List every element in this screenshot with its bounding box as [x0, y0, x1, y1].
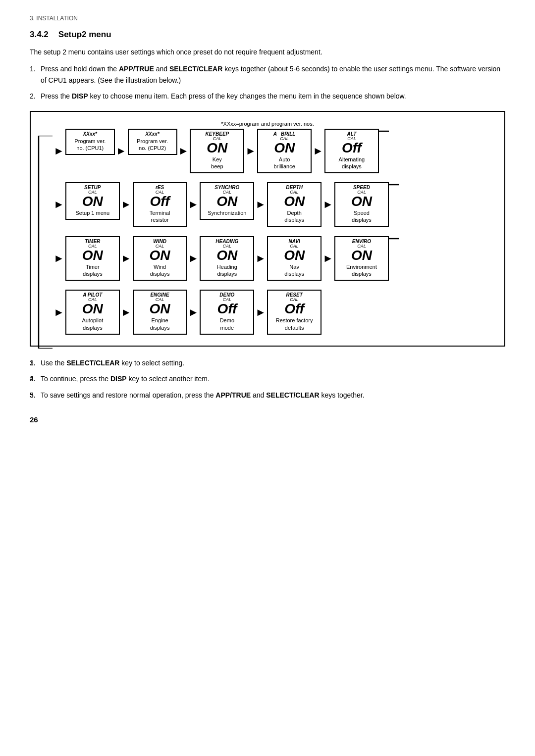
- arrow-13: ►: [121, 306, 132, 319]
- menu-item-alt: ALT CAL Off Alternatingdisplays: [324, 129, 379, 174]
- step-1: Press and hold down the APP/TRUE and SEL…: [30, 63, 505, 86]
- menu-item-engine: ENGINE CAL ON Enginedisplays: [133, 290, 187, 335]
- arrow-9: ►: [121, 252, 132, 265]
- menu-item-setup: SETUP CAL ON Setup 1 menu: [65, 182, 120, 220]
- page-number: 26: [30, 415, 505, 424]
- arrow-1: ►: [116, 145, 127, 157]
- menu-item-apilot: A PILOT CAL ON Autopilotdisplays: [65, 290, 120, 335]
- step-2: Press the DISP key to choose menu item. …: [30, 91, 505, 101]
- menu-item-navi: NAVI CAL ON Navdisplays: [267, 236, 321, 281]
- page-section-label: 3. INSTALLATION: [30, 15, 505, 22]
- section-title: Setup2 menu: [58, 30, 111, 40]
- prog-note: *XXxx=program and program ver. nos.: [38, 121, 497, 127]
- arrow-row4-start: ►: [54, 306, 64, 319]
- arrow-15: ►: [255, 306, 266, 319]
- arrow-7: ►: [255, 198, 266, 211]
- menu-item-cpu1: XXxx* Program ver.no. (CPU1): [65, 129, 115, 155]
- arrow-row3-start: ►: [54, 252, 64, 265]
- row-bracket: [36, 136, 53, 349]
- arrow-8: ►: [322, 198, 333, 211]
- step-3: 3.Use the SELECT/CLEAR key to select set…: [30, 357, 505, 368]
- arrow-2: ►: [178, 145, 189, 157]
- arrow-row1-start: ►: [54, 145, 64, 157]
- menu-item-speed: SPEED CAL ON Speeddisplays: [334, 182, 389, 227]
- arrow-11: ►: [255, 252, 266, 265]
- section-number: 3.4.2: [30, 30, 49, 40]
- menu-item-synchro: SYNCHRO CAL ON Synchronization: [200, 182, 254, 220]
- connector-r3-r4: [389, 236, 399, 241]
- arrow-5: ►: [121, 198, 132, 211]
- arrow-12: ►: [322, 252, 333, 265]
- menu-item-cpu2: XXxx* Program ver.no. (CPU2): [128, 129, 177, 155]
- menu-item-depth: DEPTH CAL ON Depthdisplays: [267, 182, 321, 227]
- arrow-4: ►: [313, 145, 323, 157]
- intro-text: The setup 2 menu contains user settings …: [30, 47, 505, 57]
- menu-item-res: rES CAL Off Terminalresistor: [133, 182, 187, 227]
- arrow-row2-start: ►: [54, 198, 64, 211]
- menu-item-abrill: A BRILL CAL ON Autobrilliance: [257, 129, 312, 174]
- menu-item-wind: WIND CAL ON Winddisplays: [133, 236, 187, 281]
- menu-item-demo: DEMO CAL Off Demomode: [200, 290, 254, 335]
- menu-item-heading: HEADING CAL ON Headingdisplays: [200, 236, 254, 281]
- arrow-3: ►: [245, 145, 256, 157]
- menu-item-keybeep: KEYBEEP CAL ON Keybeep: [190, 129, 244, 174]
- diagram-row-3: ► TIMER CAL ON Timerdisplays ► WIND CAL …: [53, 236, 497, 281]
- diagram-container: *XXxx=program and program ver. nos. ► XX…: [30, 111, 505, 347]
- diagram-row-2: ► SETUP CAL ON Setup 1 menu ► rES CAL Of…: [53, 182, 497, 227]
- menu-item-timer: TIMER CAL ON Timerdisplays: [65, 236, 120, 281]
- diagram-row-4: ► A PILOT CAL ON Autopilotdisplays ► ENG…: [53, 290, 497, 335]
- arrow-6: ►: [188, 198, 199, 211]
- menu-item-enviro: ENVIRO CAL ON Environmentdisplays: [334, 236, 389, 281]
- step-5: 5.To save settings and restore normal op…: [30, 390, 505, 401]
- diagram-row-1: ► XXxx* Program ver.no. (CPU1) ► XXxx* P…: [53, 129, 497, 174]
- step-4: 4.To continue, press the DISP key to sel…: [30, 373, 505, 384]
- connector-r1-r2: [379, 129, 389, 134]
- arrow-10: ►: [188, 252, 199, 265]
- connector-r2-r3: [389, 182, 399, 187]
- arrow-14: ►: [188, 306, 199, 319]
- menu-item-reset: RESET CAL Off Restore factorydefaults: [267, 290, 321, 335]
